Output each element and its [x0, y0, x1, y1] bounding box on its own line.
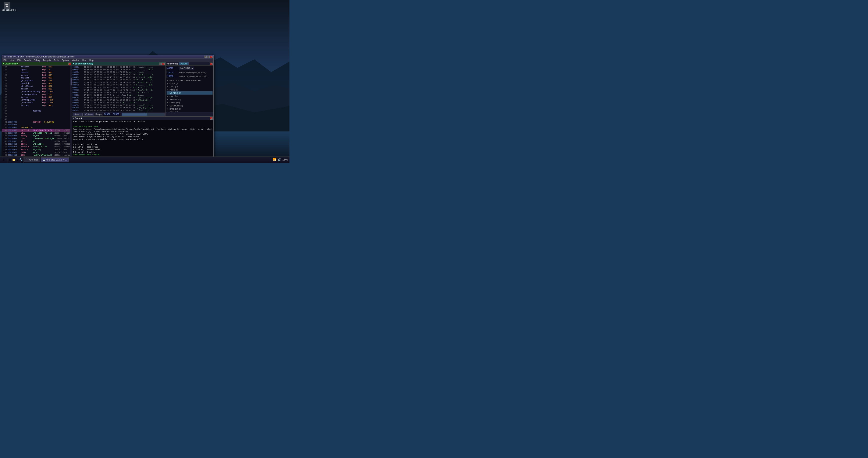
ira-title: ira config	[168, 62, 178, 65]
offset-label: OFFSET address (hex, no prefix)	[179, 75, 207, 77]
menu-debug[interactable]: Debug	[33, 59, 40, 61]
ira-tree-item[interactable]: ▶ SYMBOL (0)	[166, 98, 213, 101]
tree-item-label: EQU (26)	[169, 111, 178, 112]
menu-edit[interactable]: Edit	[17, 59, 22, 61]
output-line: vasm M68k/CPU32/ColdFire cpu backend 2.7…	[73, 133, 213, 136]
menu-options[interactable]: Options	[61, 59, 69, 61]
menu-view[interactable]: View	[9, 59, 15, 61]
disasm-line: 480001000ETST.LD0:1000e: 4a80	[2, 140, 72, 143]
hex-line: 00040: 41 FA 01 80 20 80 93 C9 4E AE FE …	[72, 76, 165, 79]
taskbar-item-icon2: 💻	[42, 159, 45, 161]
close-output-btn[interactable]: ×	[210, 117, 213, 120]
ira-tree-item[interactable]: ▶ CODE (2)	[166, 82, 213, 85]
ql-icon3[interactable]: ⚙	[17, 158, 18, 162]
ira-tree-item[interactable]: ▶ NOPTRS (0)	[166, 91, 213, 94]
close-disasm-btn[interactable]: ×	[68, 62, 71, 65]
close-main-btn[interactable]: ×	[210, 56, 213, 58]
menu-help[interactable]: Help	[88, 59, 94, 61]
source-dot-btn[interactable]: ·	[159, 62, 162, 65]
tree-item-label: COMMENT (0)	[169, 105, 183, 107]
entry-row: ENTRY address (hex, no prefix)	[166, 71, 213, 74]
taskbar-item-icon1: 🛡	[26, 159, 28, 161]
tree-item-label: JMPx (0)	[169, 95, 178, 97]
disasm-line: 27cop2lchEQU$84	[2, 82, 72, 85]
actions-btn[interactable]: Actions	[179, 62, 189, 65]
hex-line: 00020: 00 00 00 07 00 00 03 E2 00 00 2C …	[72, 71, 165, 74]
title-controls: _ □ ×	[204, 56, 213, 58]
ira-tree-item[interactable]: ▶ PTRS (0)	[166, 88, 213, 91]
output-line: S_0(acrx2): 848 bytes	[73, 143, 213, 146]
offset-input[interactable]	[166, 75, 178, 78]
disasm-scrollbar[interactable]	[70, 65, 72, 163]
disasm-content[interactable]: 21adkconrEQU$1022vposrEQU423dmaconEQU$96…	[2, 65, 72, 163]
taskbar-item-label1: AiraForce	[29, 159, 38, 161]
taskbar-item-airaforce2[interactable]: 💻 AiraForce V0.7.5-WI...	[41, 158, 69, 162]
hex-line: 00000: 00 03 F3 00 00 00 00 00 00 00 00 …	[72, 66, 165, 68]
sub-windows-area: ▼ Disassembly × 21adkconrEQU$1022vposrEQ…	[2, 62, 213, 163]
options-bar: Search Options Range 00000..3250F	[72, 112, 165, 116]
tree-item-label: SYMBOL (0)	[169, 98, 181, 101]
disasm-line: 21adkconrEQU$10	[2, 65, 72, 68]
hex-line: 00030: 43 FA 01 7E 70 00 4E AE FD D8 4A …	[72, 74, 165, 76]
output-line: Creating process: /home/howard/GitHub/ho…	[73, 128, 213, 131]
ira-tree-container: ▶ BASEREG, BASEADR, BASEOFF ▶ CODE (2) ▶…	[166, 79, 213, 112]
output-panel: ▼ Output × Identified 2 potential pointe…	[72, 117, 213, 163]
disasm-line: 4600010008MOVEQ#0,D0:10008: 7000	[2, 135, 72, 137]
ira-header: ▼ ira config Actions ×	[166, 62, 213, 65]
options-button[interactable]: Options	[84, 113, 94, 116]
disasm-line: 36	[2, 107, 72, 110]
entry-input[interactable]	[166, 71, 178, 74]
disasm-line: 25cop1lchEQU$80	[2, 77, 72, 79]
disasm-line: 38	[2, 112, 72, 115]
machine-value-input[interactable]	[166, 67, 178, 70]
network-icon: 📶	[273, 158, 276, 162]
ira-tree-item[interactable]: ▶ BANNER (0)	[166, 107, 213, 111]
taskbar-item-airaforce1[interactable]: 🛡 AiraForce	[24, 158, 40, 162]
disasm-line: 28gb_LOFlistEQU$32	[2, 85, 72, 88]
disasm-scrollthumb[interactable]	[70, 78, 72, 85]
disasm-lines-container: 21adkconrEQU$1022vposrEQU423dmaconEQU$96…	[2, 65, 72, 163]
machine-select[interactable]: MACHINE	[179, 66, 194, 70]
disasm-line: 4500010004LEALAB_10184(PC),A1:10004: 43f…	[2, 132, 72, 135]
taskbar-items: 🛡 AiraForce 💻 AiraForce V0.7.5-WI...	[24, 157, 271, 163]
hex-line: 00060: FE 80 41 EB 00 5C 4E AE FE 8C 41 …	[72, 81, 165, 84]
menu-file[interactable]: File	[3, 59, 7, 61]
ira-tree-item[interactable]: ▶ BASEREG, BASEADR, BASEOFF	[166, 79, 213, 82]
hex-line: 00120: 00 84 30 3C 00 00 32 1F 82 40 38 …	[72, 112, 165, 112]
ira-tree-item[interactable]: ▶ JMPx (0)	[166, 94, 213, 98]
hex-line: 00080: 00 F4 4E FF E2 41 FA 01 3E 20 BC …	[72, 86, 165, 89]
menu-analysis[interactable]: Analysis	[42, 59, 51, 61]
disasm-line: 35intreqEQU$9C	[2, 104, 72, 107]
close-ira-btn[interactable]: ×	[210, 62, 213, 65]
ira-tree-item[interactable]: ▶ TEXT (0)	[166, 85, 213, 88]
menu-window[interactable]: Window	[71, 59, 80, 61]
minimize-btn[interactable]: _	[204, 56, 207, 58]
ql-icon2[interactable]: 📁	[12, 158, 16, 162]
disasm-line: 33_LVOReplyMsgEQU-378	[2, 98, 72, 102]
wastebasket-icon[interactable]: 🗑 Wastebasket	[2, 2, 12, 11]
tree-item-label: NOPTRS (0)	[169, 92, 181, 94]
ira-tree-item[interactable]: ▶ EQU (26)	[166, 111, 213, 112]
tree-item-label: TEXT (0)	[169, 85, 178, 88]
disasm-line: 39	[2, 115, 72, 118]
start-button[interactable]: ⊞	[0, 157, 7, 163]
close-source-btn[interactable]: ×	[162, 62, 165, 65]
disasm-title: Disassembly	[5, 62, 18, 65]
output-line: Identified 2 potential pointers. See Act…	[73, 120, 213, 123]
disasm-line: 29adkconEQU$9E	[2, 88, 72, 90]
hex-line: 000E0: 01 A6 48 00 F4 00 61 00 A4 61 00 …	[72, 102, 165, 104]
tree-item-label: PTRS (0)	[169, 89, 178, 91]
ira-tree-item[interactable]: ▶ COMMENT (0)	[166, 104, 213, 107]
output-line: vasm motorola syntax module 3.19 (c) 200…	[73, 136, 213, 138]
menu-tools[interactable]: Tools	[53, 59, 59, 61]
maximize-btn[interactable]: □	[207, 56, 210, 58]
hex-content[interactable]: 00000: 00 03 F3 00 00 00 00 00 00 00 00 …	[72, 65, 165, 112]
ira-tree-item[interactable]: ▶ LABEL (11)	[166, 101, 213, 104]
search-button[interactable]: Search	[73, 113, 83, 116]
menu-dev[interactable]: Dev	[82, 59, 87, 61]
ql-icon4[interactable]: 🔧	[19, 158, 23, 162]
ql-icon1[interactable]: 🖥	[8, 158, 11, 162]
menu-search[interactable]: Search	[23, 59, 31, 61]
tree-item-label: LABEL (11)	[169, 102, 180, 104]
tree-item-label: CODE (2)	[169, 82, 179, 85]
